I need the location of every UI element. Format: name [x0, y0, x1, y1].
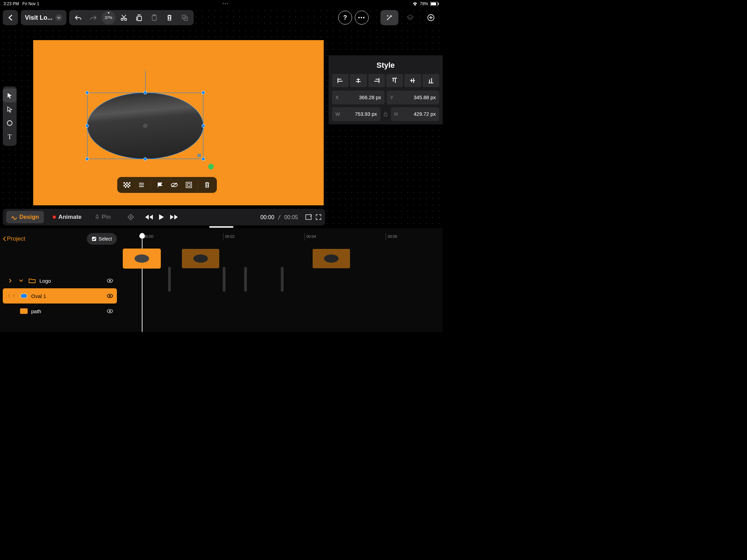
layer-row-path[interactable]: path: [3, 304, 117, 319]
svg-rect-19: [384, 114, 387, 116]
handle-ne[interactable]: [202, 91, 205, 94]
svg-rect-2: [438, 3, 439, 5]
back-button[interactable]: [3, 10, 18, 25]
status-bar: 3:23 PM Fri Nov 1 ••• 78%: [0, 0, 443, 8]
checkbox-icon: [92, 236, 96, 241]
timeline-panel: Project Select Logo Oval 1 path: [0, 228, 443, 332]
animate-mode-button[interactable]: Animate: [47, 211, 86, 223]
align-left-button[interactable]: [332, 74, 349, 87]
delete-button[interactable]: [163, 11, 176, 25]
pin-mode-button[interactable]: Pin: [90, 211, 116, 223]
playhead[interactable]: [142, 233, 142, 332]
paste-button[interactable]: [147, 11, 161, 25]
align-center-h-button[interactable]: [350, 74, 367, 87]
fullscreen-button[interactable]: [315, 214, 322, 220]
help-button[interactable]: ?: [338, 11, 352, 25]
select-tool[interactable]: [3, 88, 17, 102]
handle-s[interactable]: [144, 157, 147, 161]
w-input[interactable]: W753.93 px: [332, 107, 380, 121]
handle-w[interactable]: [85, 124, 89, 128]
inspector-title: Style: [332, 55, 439, 74]
align-top-button[interactable]: [386, 74, 403, 87]
handle-e[interactable]: [202, 124, 205, 128]
mask-button[interactable]: [121, 179, 133, 191]
timeline-tracks[interactable]: 00:00 00:02 00:04 00:06: [121, 228, 443, 332]
select-mode-button[interactable]: Select: [87, 233, 117, 245]
scene-thumb-3[interactable]: [313, 249, 350, 268]
transition-handle-1[interactable]: [168, 267, 171, 292]
transition-handle-2[interactable]: [223, 267, 225, 292]
timeline-ruler[interactable]: 00:00 00:02 00:04 00:06: [121, 228, 443, 241]
layers-tab[interactable]: [401, 10, 419, 25]
redo-button[interactable]: [86, 11, 100, 25]
transport-bar: Design Animate Pin 00:00 / 00:05: [3, 209, 325, 225]
artboard[interactable]: M: [33, 40, 324, 205]
play-button[interactable]: [158, 214, 165, 221]
scene-thumb-2[interactable]: [182, 249, 219, 268]
rotation-handle[interactable]: [142, 65, 148, 71]
delete-context-button[interactable]: [201, 179, 213, 191]
lock-aspect-button[interactable]: [382, 107, 389, 121]
style-tab[interactable]: [380, 10, 398, 25]
duplicate-button[interactable]: [178, 11, 192, 25]
layers-icon: [406, 14, 414, 21]
zoom-indicator[interactable]: 37%: [102, 11, 116, 25]
h-input[interactable]: H429.72 px: [391, 107, 439, 121]
motion-path-handle[interactable]: [208, 164, 214, 169]
handle-se[interactable]: [202, 157, 205, 161]
direct-select-tool[interactable]: [3, 102, 17, 116]
layer-row-oval[interactable]: Oval 1: [3, 288, 117, 304]
arrange-button[interactable]: [135, 179, 148, 191]
text-tool[interactable]: T: [3, 130, 17, 144]
y-input[interactable]: Y345.88 px: [387, 91, 439, 104]
visibility-icon[interactable]: [107, 278, 113, 283]
x-input[interactable]: X366.28 px: [332, 91, 385, 104]
multitask-dots-icon[interactable]: •••: [39, 1, 412, 6]
handle-sw[interactable]: [85, 157, 89, 161]
transition-handle-4[interactable]: [281, 267, 284, 292]
project-title-chip[interactable]: Visit Lo...: [21, 10, 66, 25]
context-menu-bar: [117, 177, 217, 193]
add-button[interactable]: [422, 10, 440, 25]
layer-row-logo[interactable]: Logo: [3, 273, 117, 288]
flag-button[interactable]: [154, 179, 166, 191]
visibility-icon[interactable]: [107, 309, 113, 314]
align-right-button[interactable]: [368, 74, 385, 87]
align-bottom-button[interactable]: [423, 74, 439, 87]
visibility-toggle[interactable]: [168, 179, 181, 191]
record-icon: [52, 215, 56, 219]
panel-drag-handle[interactable]: [209, 226, 233, 228]
fast-forward-button[interactable]: [169, 214, 178, 220]
chevron-right-icon[interactable]: [6, 279, 14, 283]
cut-button[interactable]: [117, 11, 131, 25]
chevron-down-icon[interactable]: [17, 279, 25, 282]
canvas-viewport[interactable]: M: [21, 28, 325, 207]
copy-button[interactable]: [132, 11, 146, 25]
main-area: T M: [0, 28, 443, 228]
undo-button[interactable]: [71, 11, 85, 25]
more-menu-button[interactable]: •••: [355, 11, 369, 25]
add-keyframe-button[interactable]: [127, 214, 134, 221]
handle-nw[interactable]: [85, 91, 89, 94]
rewind-button[interactable]: [145, 214, 154, 220]
status-time: 3:23 PM: [3, 1, 19, 6]
status-date: Fri Nov 1: [22, 1, 39, 6]
time-display: 00:00 / 00:05: [260, 214, 298, 221]
svg-rect-1: [431, 2, 436, 5]
align-center-v-button[interactable]: [404, 74, 421, 87]
group-button[interactable]: [183, 179, 195, 191]
visibility-icon[interactable]: [107, 293, 113, 298]
scene-thumb-1[interactable]: [123, 249, 160, 268]
project-title: Visit Lo...: [25, 14, 53, 21]
shape-tool[interactable]: [3, 116, 17, 130]
svg-point-26: [109, 310, 111, 312]
layer-list: Logo Oval 1 path: [3, 273, 117, 319]
project-back-link[interactable]: Project: [3, 235, 25, 242]
handle-n[interactable]: [144, 91, 147, 94]
selected-oval[interactable]: M: [87, 93, 203, 159]
svg-rect-12: [123, 182, 130, 188]
transition-handle-3[interactable]: [244, 267, 247, 292]
loop-button[interactable]: [305, 214, 312, 220]
design-mode-button[interactable]: Design: [6, 211, 44, 223]
chevron-down-icon: [55, 14, 62, 21]
